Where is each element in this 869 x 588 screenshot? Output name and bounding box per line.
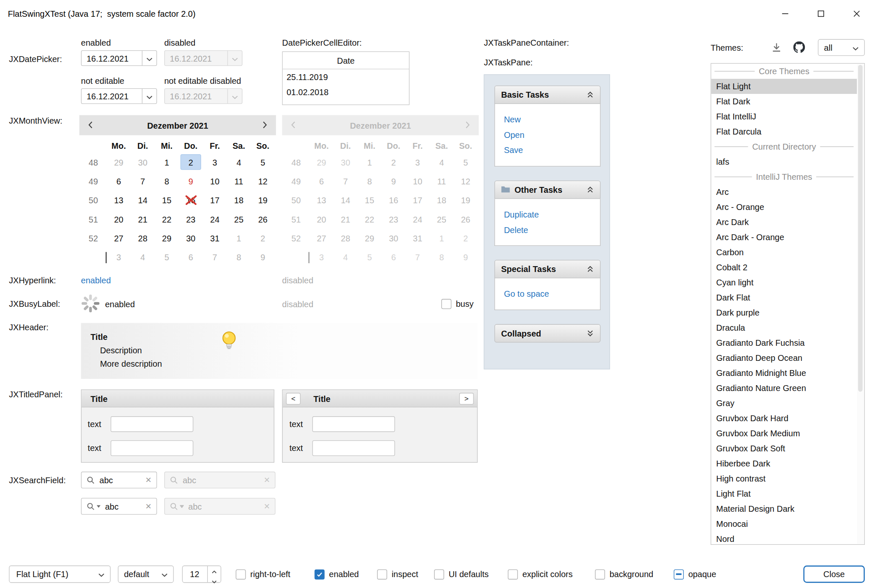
date-picker-not-editable[interactable]: 16.12.2021 (81, 88, 157, 104)
theme-list-item[interactable]: Cobalt 2 (711, 260, 857, 275)
date-table-column-header[interactable]: Date (283, 52, 409, 69)
checkbox-explicit-colors[interactable]: explicit colors (508, 565, 573, 583)
calendar-day[interactable]: 30 (131, 153, 155, 171)
calendar-day[interactable]: 21 (131, 210, 155, 228)
calendar-day[interactable]: 5 (251, 153, 275, 171)
calendar-day[interactable]: 26 (251, 210, 275, 228)
checkbox-box[interactable] (236, 569, 246, 579)
calendar-day[interactable]: 22 (155, 210, 178, 228)
next-month-button[interactable] (258, 119, 272, 132)
theme-list-item[interactable]: Hiberbee Dark (711, 456, 857, 471)
calendar-day[interactable]: 2 (251, 228, 275, 247)
calendar-day[interactable]: 4 (227, 153, 251, 171)
checkbox-inspect[interactable]: inspect (377, 565, 418, 583)
github-button[interactable] (791, 40, 807, 57)
checkbox-box[interactable] (315, 569, 325, 579)
busy-checkbox[interactable]: busy (441, 295, 473, 312)
theme-list-item[interactable]: Arc (711, 184, 857, 199)
calendar-day[interactable]: 23 (179, 210, 203, 228)
taskpane-action-link[interactable]: Delete (495, 222, 600, 238)
close-window-button[interactable] (843, 0, 869, 28)
checkbox-box[interactable] (508, 569, 518, 579)
checkbox-box[interactable] (434, 569, 444, 579)
calendar-day[interactable]: 27 (107, 228, 131, 247)
date-picker-enabled[interactable]: 16.12.2021 (81, 50, 157, 66)
panel-next-button[interactable]: > (459, 393, 474, 404)
calendar-day[interactable]: 7 (131, 171, 155, 190)
calendar-day[interactable]: 16 (179, 191, 203, 210)
calendar-day[interactable]: 19 (251, 191, 275, 210)
calendar-day[interactable]: 6 (107, 171, 131, 190)
theme-list-item[interactable]: Gray (711, 396, 857, 411)
calendar-day[interactable]: 3 (107, 248, 131, 267)
titled-panel-text-input[interactable] (111, 440, 193, 456)
taskpane-header[interactable]: Special Tasks (494, 260, 600, 278)
checkbox-opaque[interactable]: opaque (674, 565, 716, 583)
theme-list-item[interactable]: Dracula (711, 320, 857, 335)
taskpane-action-link[interactable]: Open (495, 127, 600, 142)
checkbox-right-to-left[interactable]: right-to-left (236, 565, 290, 583)
calendar-day[interactable]: 6 (179, 248, 203, 267)
prev-month-button[interactable] (84, 119, 97, 132)
taskpane-action-link[interactable]: Go to space (495, 286, 600, 302)
theme-list-item[interactable]: Gradianto Deep Ocean (711, 350, 857, 365)
theme-list-item[interactable]: Flat Light (711, 79, 857, 94)
taskpane-header[interactable]: Basic Tasks (494, 85, 600, 104)
themes-filter-combobox[interactable]: all (818, 39, 865, 56)
date-picker-dropdown-button[interactable] (142, 89, 157, 104)
taskpane-action-link[interactable]: Duplicate (495, 207, 600, 222)
checkbox-enabled[interactable]: enabled (315, 565, 359, 583)
panel-prev-button[interactable]: < (286, 393, 301, 404)
download-button[interactable] (769, 40, 784, 56)
minimize-button[interactable] (772, 0, 798, 28)
theme-list-item[interactable]: Monocai (711, 516, 857, 531)
themes-scrollbar-thumb[interactable] (858, 65, 863, 392)
date-table-row[interactable]: 01.02.2018 (283, 84, 409, 99)
calendar-day[interactable]: 18 (227, 191, 251, 210)
checkbox-background[interactable]: background (595, 565, 653, 583)
calendar-day[interactable]: 29 (107, 153, 131, 171)
theme-list-item[interactable]: Gruvbox Dark Hard (711, 411, 857, 426)
theme-list-item[interactable]: Gruvbox Dark Soft (711, 441, 857, 456)
title-bar[interactable]: FlatSwingXTest (Java 17; system scale fa… (0, 0, 869, 28)
checkbox-box[interactable] (674, 569, 684, 579)
collapse-icon[interactable] (587, 265, 594, 272)
calendar-day[interactable]: 31 (203, 228, 227, 247)
calendar-day[interactable]: 28 (131, 228, 155, 247)
taskpane-action-link[interactable]: Save (495, 142, 600, 158)
theme-list-item[interactable]: Arc Dark (711, 215, 857, 230)
titled-panel-text-input[interactable] (312, 416, 395, 432)
calendar-day[interactable]: 13 (107, 191, 131, 210)
calendar-day[interactable]: 15 (155, 191, 178, 210)
hyperlink-enabled[interactable]: enabled (81, 275, 111, 285)
theme-list-item[interactable]: lafs (711, 154, 857, 169)
calendar-day[interactable]: 17 (203, 191, 227, 210)
theme-list-item[interactable]: Gradianto Midnight Blue (711, 365, 857, 381)
calendar-day[interactable]: 2 (179, 153, 203, 171)
busy-checkbox-box[interactable] (441, 299, 451, 309)
calendar-day[interactable]: 1 (155, 153, 178, 171)
calendar-day[interactable]: 12 (251, 171, 275, 190)
clear-icon[interactable]: × (145, 475, 151, 485)
theme-list-item[interactable]: Arc - Orange (711, 199, 857, 215)
calendar-day[interactable]: 5 (155, 248, 178, 267)
titled-panel-text-input[interactable] (312, 440, 395, 456)
theme-list-item[interactable]: Gradianto Dark Fuchsia (711, 335, 857, 350)
theme-list-item[interactable]: Dark purple (711, 305, 857, 320)
search-icon[interactable] (87, 476, 95, 484)
calendar-day[interactable]: 11 (227, 171, 251, 190)
calendar-day[interactable]: 9 (251, 248, 275, 267)
theme-list-item[interactable]: Flat Darcula (711, 124, 857, 139)
calendar-day[interactable]: 7 (203, 248, 227, 267)
theme-list-item[interactable]: Arc Dark - Orange (711, 230, 857, 245)
theme-list-item[interactable]: Carbon (711, 245, 857, 260)
calendar-day[interactable]: 30 (179, 228, 203, 247)
taskpane-action-link[interactable]: New (495, 112, 600, 127)
calendar-day[interactable]: 8 (155, 171, 178, 190)
search-with-dropdown-icon[interactable] (87, 502, 101, 510)
theme-list-item[interactable]: Gradianto Nature Green (711, 381, 857, 396)
theme-list-item[interactable]: Material Design Dark (711, 501, 857, 516)
theme-list-item[interactable]: High contrast (711, 471, 857, 486)
search-input-value[interactable]: abc (99, 475, 141, 485)
close-button[interactable]: Close (803, 565, 865, 583)
